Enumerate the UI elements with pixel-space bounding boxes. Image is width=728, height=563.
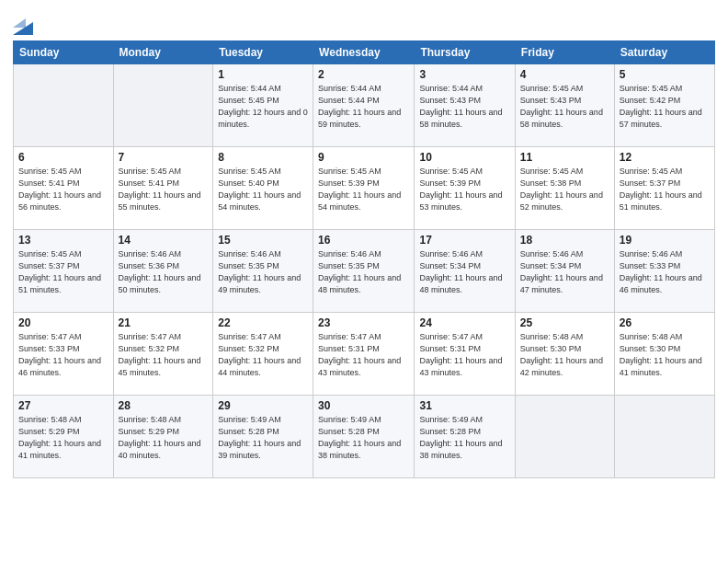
day-info: Sunrise: 5:45 AM Sunset: 5:38 PM Dayligh… xyxy=(520,166,609,213)
calendar: SundayMondayTuesdayWednesdayThursdayFrid… xyxy=(13,40,715,478)
calendar-cell: 4Sunrise: 5:45 AM Sunset: 5:43 PM Daylig… xyxy=(515,64,614,147)
calendar-cell: 29Sunrise: 5:49 AM Sunset: 5:28 PM Dayli… xyxy=(213,396,313,478)
day-number: 3 xyxy=(419,68,509,81)
day-number: 17 xyxy=(419,234,509,247)
day-info: Sunrise: 5:46 AM Sunset: 5:35 PM Dayligh… xyxy=(318,248,409,296)
calendar-cell: 21Sunrise: 5:47 AM Sunset: 5:32 PM Dayli… xyxy=(113,313,213,396)
logo xyxy=(13,9,36,35)
calendar-header-saturday: Saturday xyxy=(614,41,714,64)
day-info: Sunrise: 5:45 AM Sunset: 5:42 PM Dayligh… xyxy=(620,83,710,131)
calendar-cell: 2Sunrise: 5:44 AM Sunset: 5:44 PM Daylig… xyxy=(313,64,415,147)
day-info: Sunrise: 5:45 AM Sunset: 5:40 PM Dayligh… xyxy=(218,166,308,213)
calendar-week-2: 6Sunrise: 5:45 AM Sunset: 5:41 PM Daylig… xyxy=(14,147,715,230)
day-number: 27 xyxy=(18,399,108,412)
calendar-cell: 3Sunrise: 5:44 AM Sunset: 5:43 PM Daylig… xyxy=(415,64,515,147)
day-info: Sunrise: 5:46 AM Sunset: 5:34 PM Dayligh… xyxy=(520,248,609,296)
calendar-cell xyxy=(614,396,714,478)
calendar-week-5: 27Sunrise: 5:48 AM Sunset: 5:29 PM Dayli… xyxy=(14,396,715,478)
day-info: Sunrise: 5:47 AM Sunset: 5:32 PM Dayligh… xyxy=(218,331,308,379)
page: SundayMondayTuesdayWednesdayThursdayFrid… xyxy=(0,0,728,563)
svg-marker-1 xyxy=(13,18,26,28)
day-info: Sunrise: 5:48 AM Sunset: 5:30 PM Dayligh… xyxy=(620,331,710,379)
day-number: 13 xyxy=(18,234,108,247)
day-number: 28 xyxy=(119,399,209,412)
day-info: Sunrise: 5:47 AM Sunset: 5:31 PM Dayligh… xyxy=(419,331,509,379)
calendar-week-4: 20Sunrise: 5:47 AM Sunset: 5:33 PM Dayli… xyxy=(14,313,715,396)
day-number: 12 xyxy=(620,151,710,164)
calendar-cell: 20Sunrise: 5:47 AM Sunset: 5:33 PM Dayli… xyxy=(14,313,114,396)
day-info: Sunrise: 5:48 AM Sunset: 5:29 PM Dayligh… xyxy=(18,414,108,462)
calendar-header-thursday: Thursday xyxy=(415,41,515,64)
calendar-header-tuesday: Tuesday xyxy=(213,41,313,64)
calendar-cell: 12Sunrise: 5:45 AM Sunset: 5:37 PM Dayli… xyxy=(614,147,714,230)
calendar-cell: 30Sunrise: 5:49 AM Sunset: 5:28 PM Dayli… xyxy=(313,396,415,478)
calendar-cell: 7Sunrise: 5:45 AM Sunset: 5:41 PM Daylig… xyxy=(113,147,213,230)
day-number: 18 xyxy=(520,234,609,247)
calendar-week-1: 1Sunrise: 5:44 AM Sunset: 5:45 PM Daylig… xyxy=(14,64,715,147)
day-number: 26 xyxy=(620,316,710,329)
day-number: 10 xyxy=(419,151,509,164)
calendar-header-friday: Friday xyxy=(515,41,614,64)
day-info: Sunrise: 5:45 AM Sunset: 5:37 PM Dayligh… xyxy=(620,166,710,213)
calendar-cell: 19Sunrise: 5:46 AM Sunset: 5:33 PM Dayli… xyxy=(614,230,714,313)
calendar-cell: 10Sunrise: 5:45 AM Sunset: 5:39 PM Dayli… xyxy=(415,147,515,230)
calendar-cell: 13Sunrise: 5:45 AM Sunset: 5:37 PM Dayli… xyxy=(14,230,114,313)
day-number: 21 xyxy=(119,316,209,329)
day-number: 30 xyxy=(318,399,409,412)
day-number: 8 xyxy=(218,151,308,164)
day-number: 9 xyxy=(318,151,409,164)
calendar-header-sunday: Sunday xyxy=(14,41,114,64)
day-info: Sunrise: 5:47 AM Sunset: 5:33 PM Dayligh… xyxy=(18,331,108,379)
calendar-cell: 11Sunrise: 5:45 AM Sunset: 5:38 PM Dayli… xyxy=(515,147,614,230)
day-number: 7 xyxy=(119,151,209,164)
day-number: 11 xyxy=(520,151,609,164)
calendar-cell: 16Sunrise: 5:46 AM Sunset: 5:35 PM Dayli… xyxy=(313,230,415,313)
day-info: Sunrise: 5:46 AM Sunset: 5:35 PM Dayligh… xyxy=(218,248,308,296)
day-info: Sunrise: 5:49 AM Sunset: 5:28 PM Dayligh… xyxy=(419,414,509,462)
day-info: Sunrise: 5:46 AM Sunset: 5:34 PM Dayligh… xyxy=(419,248,509,296)
calendar-cell: 17Sunrise: 5:46 AM Sunset: 5:34 PM Dayli… xyxy=(415,230,515,313)
day-number: 19 xyxy=(620,234,710,247)
day-number: 24 xyxy=(419,316,509,329)
day-info: Sunrise: 5:45 AM Sunset: 5:43 PM Dayligh… xyxy=(520,83,609,131)
day-info: Sunrise: 5:45 AM Sunset: 5:39 PM Dayligh… xyxy=(419,166,509,213)
day-number: 22 xyxy=(218,316,308,329)
calendar-header-row: SundayMondayTuesdayWednesdayThursdayFrid… xyxy=(14,41,715,64)
day-info: Sunrise: 5:45 AM Sunset: 5:41 PM Dayligh… xyxy=(119,166,209,213)
calendar-cell xyxy=(14,64,114,147)
day-info: Sunrise: 5:45 AM Sunset: 5:37 PM Dayligh… xyxy=(18,248,108,296)
day-info: Sunrise: 5:44 AM Sunset: 5:44 PM Dayligh… xyxy=(318,83,409,131)
day-number: 6 xyxy=(18,151,108,164)
day-number: 23 xyxy=(318,316,409,329)
day-number: 16 xyxy=(318,234,409,247)
calendar-cell: 31Sunrise: 5:49 AM Sunset: 5:28 PM Dayli… xyxy=(415,396,515,478)
day-info: Sunrise: 5:45 AM Sunset: 5:39 PM Dayligh… xyxy=(318,166,409,213)
calendar-cell: 1Sunrise: 5:44 AM Sunset: 5:45 PM Daylig… xyxy=(213,64,313,147)
calendar-header-monday: Monday xyxy=(113,41,213,64)
calendar-cell: 5Sunrise: 5:45 AM Sunset: 5:42 PM Daylig… xyxy=(614,64,714,147)
day-number: 5 xyxy=(620,68,710,81)
day-info: Sunrise: 5:48 AM Sunset: 5:30 PM Dayligh… xyxy=(520,331,609,379)
calendar-cell: 24Sunrise: 5:47 AM Sunset: 5:31 PM Dayli… xyxy=(415,313,515,396)
day-info: Sunrise: 5:48 AM Sunset: 5:29 PM Dayligh… xyxy=(119,414,209,462)
day-number: 4 xyxy=(520,68,609,81)
calendar-cell xyxy=(515,396,614,478)
day-info: Sunrise: 5:46 AM Sunset: 5:36 PM Dayligh… xyxy=(119,248,209,296)
calendar-cell: 22Sunrise: 5:47 AM Sunset: 5:32 PM Dayli… xyxy=(213,313,313,396)
day-info: Sunrise: 5:47 AM Sunset: 5:31 PM Dayligh… xyxy=(318,331,409,379)
day-number: 14 xyxy=(119,234,209,247)
day-number: 2 xyxy=(318,68,409,81)
day-number: 20 xyxy=(18,316,108,329)
day-info: Sunrise: 5:44 AM Sunset: 5:43 PM Dayligh… xyxy=(419,83,509,131)
calendar-cell: 23Sunrise: 5:47 AM Sunset: 5:31 PM Dayli… xyxy=(313,313,415,396)
day-number: 31 xyxy=(419,399,509,412)
calendar-cell: 25Sunrise: 5:48 AM Sunset: 5:30 PM Dayli… xyxy=(515,313,614,396)
logo-icon xyxy=(13,9,33,35)
calendar-cell xyxy=(113,64,213,147)
day-info: Sunrise: 5:49 AM Sunset: 5:28 PM Dayligh… xyxy=(318,414,409,462)
day-number: 15 xyxy=(218,234,308,247)
day-number: 29 xyxy=(218,399,308,412)
calendar-cell: 14Sunrise: 5:46 AM Sunset: 5:36 PM Dayli… xyxy=(113,230,213,313)
calendar-header-wednesday: Wednesday xyxy=(313,41,415,64)
calendar-cell: 18Sunrise: 5:46 AM Sunset: 5:34 PM Dayli… xyxy=(515,230,614,313)
